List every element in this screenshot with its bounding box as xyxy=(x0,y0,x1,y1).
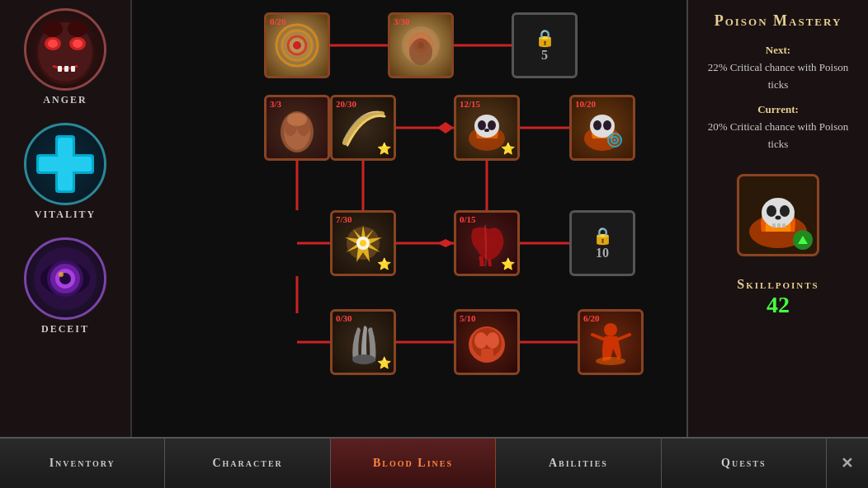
svg-rect-14 xyxy=(39,157,92,171)
arm-svg xyxy=(272,103,322,152)
node-mid2-3[interactable]: 🔒 10 xyxy=(569,210,635,276)
panel-description-current: Current: 20% Critical chance with Poison… xyxy=(701,101,856,152)
bottom-nav: Inventory Character Blood Lines Abilitie… xyxy=(0,437,868,488)
node-mid2-1-star: ⭐ xyxy=(377,257,391,271)
svg-rect-84 xyxy=(772,223,776,228)
current-text: 20% Critical chance with Poison ticks xyxy=(708,120,848,150)
svg-point-43 xyxy=(287,113,307,126)
node-mid1-2[interactable]: 12/15 ⭐ xyxy=(454,95,520,161)
next-text: 22% Critical chance with Poison ticks xyxy=(708,61,848,91)
svg-point-7 xyxy=(68,21,87,37)
node-mid1-2-star: ⭐ xyxy=(501,142,515,156)
svg-point-66 xyxy=(613,138,616,141)
node-top-2[interactable]: 3/30 xyxy=(388,12,454,78)
skill-preview xyxy=(737,174,819,256)
lock-icon-2: 🔒 xyxy=(592,226,613,246)
svg-point-63 xyxy=(603,120,611,130)
skull2-svg xyxy=(580,106,625,151)
next-label: Next: xyxy=(766,44,790,56)
svg-point-82 xyxy=(780,205,790,217)
node-bot-3[interactable]: 6/20 xyxy=(578,309,644,375)
svg-point-76 xyxy=(604,323,617,336)
svg-rect-75 xyxy=(481,349,493,359)
svg-point-62 xyxy=(593,120,601,130)
nav-close[interactable]: ✕ xyxy=(827,439,868,488)
skillpoints-value: 42 xyxy=(767,292,790,318)
svg-point-52 xyxy=(409,39,432,65)
svg-point-74 xyxy=(486,332,499,349)
sidebar-item-anger[interactable]: Anger xyxy=(7,8,123,106)
node-mid2-1-count: 7/30 xyxy=(336,214,352,224)
deceit-label: Deceit xyxy=(41,323,89,336)
nav-abilities[interactable]: Abilities xyxy=(496,439,661,488)
skillpoints-label: Skillpoints xyxy=(737,277,818,292)
svg-point-6 xyxy=(43,21,63,37)
svg-point-73 xyxy=(474,332,488,349)
node-top-3[interactable]: 🔒 5 xyxy=(512,12,578,78)
node-bot-2[interactable]: 5/10 xyxy=(454,309,520,375)
vitality-label: Vitality xyxy=(35,209,96,221)
sidebar-item-vitality[interactable]: Vitality xyxy=(7,123,123,221)
svg-point-56 xyxy=(478,120,486,130)
sidebar-item-deceit[interactable]: Deceit xyxy=(7,237,123,336)
node-arm[interactable]: 3/3 xyxy=(264,95,330,161)
svg-point-57 xyxy=(488,120,496,130)
left-sidebar: Anger Vitality xyxy=(0,0,132,437)
node-mid1-1-count: 20/30 xyxy=(336,99,356,109)
node-mid1-1[interactable]: 20/30 ⭐ xyxy=(330,95,396,161)
node-mid1-2-count: 12/15 xyxy=(460,99,480,109)
anger-icon xyxy=(24,8,106,91)
svg-point-58 xyxy=(484,129,489,132)
panel-description-next: Next: 22% Critical chance with Poison ti… xyxy=(701,42,856,93)
svg-point-81 xyxy=(767,205,776,217)
skill-tree: 3/3 0/20 3/30 xyxy=(132,0,686,437)
node-bot-1-count: 0/30 xyxy=(336,313,352,323)
node-bot-1[interactable]: 0/30 ⭐ xyxy=(330,309,396,375)
node-top-3-lock-count: 5 xyxy=(541,48,548,63)
node-mid2-2[interactable]: 0/15 ⭐ xyxy=(454,210,520,276)
lock-icon-1: 🔒 xyxy=(535,28,555,48)
node-arm-count: 3/3 xyxy=(270,99,281,109)
svg-rect-9 xyxy=(64,66,68,72)
node-top-1-count: 0/20 xyxy=(270,16,286,26)
node-mid2-3-lock-count: 10 xyxy=(596,246,609,260)
nav-character[interactable]: Character xyxy=(165,439,330,488)
anger-label: Anger xyxy=(43,94,87,106)
svg-rect-8 xyxy=(58,66,62,72)
svg-point-47 xyxy=(293,41,301,49)
right-panel: Poison Mastery Next: 22% Critical chance… xyxy=(686,0,868,437)
svg-point-69 xyxy=(360,240,366,246)
svg-point-5 xyxy=(73,40,83,48)
vitality-icon xyxy=(24,123,106,205)
node-mid2-2-count: 0/15 xyxy=(460,214,476,224)
node-bot-2-count: 5/10 xyxy=(460,313,476,323)
node-mid2-2-star: ⭐ xyxy=(501,257,515,271)
panel-title: Poison Mastery xyxy=(715,12,842,30)
svg-marker-87 xyxy=(798,236,808,244)
nav-inventory[interactable]: Inventory xyxy=(0,439,165,488)
svg-point-83 xyxy=(776,215,781,219)
nav-blood-lines[interactable]: Blood Lines xyxy=(331,439,496,488)
node-top-2-count: 3/30 xyxy=(394,16,410,26)
node-bot-3-count: 6/20 xyxy=(583,313,600,323)
node-top-1[interactable]: 0/20 xyxy=(264,12,330,78)
upgrade-arrow[interactable] xyxy=(793,230,813,250)
nav-quests[interactable]: Quests xyxy=(662,439,827,488)
current-label: Current: xyxy=(757,103,799,115)
target-svg xyxy=(275,23,320,68)
node-bot-1-star: ⭐ xyxy=(377,356,391,370)
svg-rect-85 xyxy=(777,223,781,228)
svg-point-77 xyxy=(596,357,625,365)
svg-point-70 xyxy=(352,354,375,364)
svg-point-4 xyxy=(48,40,58,48)
node-mid1-3-count: 10/20 xyxy=(575,99,596,109)
deceit-icon xyxy=(24,237,106,320)
node-mid2-1[interactable]: 7/30 ⭐ xyxy=(330,210,396,276)
svg-marker-37 xyxy=(437,239,454,247)
svg-rect-86 xyxy=(782,223,785,228)
target2-svg xyxy=(399,23,444,68)
svg-marker-38 xyxy=(437,122,454,134)
node-mid1-3[interactable]: 10/20 xyxy=(569,95,635,161)
shadow-svg xyxy=(588,320,634,365)
svg-rect-10 xyxy=(71,66,75,72)
